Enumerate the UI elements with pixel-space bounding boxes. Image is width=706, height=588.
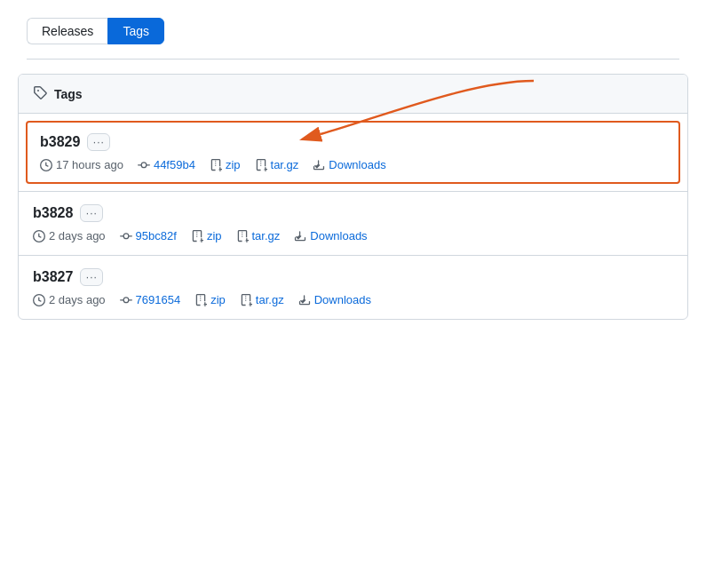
targz-icon [255, 159, 267, 171]
b3829-zip-link[interactable]: zip [226, 158, 241, 171]
top-navigation: Releases Tags [0, 0, 706, 59]
b3828-targz: tar.gz [236, 229, 281, 242]
b3828-commit-link[interactable]: 95bc82f [136, 229, 177, 242]
b3828-downloads: Downloads [294, 229, 367, 242]
b3827-title-row: b3827 ··· [33, 268, 673, 286]
b3829-time: 17 hours ago [40, 158, 123, 171]
main-content: Tags b3829 ··· [0, 74, 706, 320]
b3829-name: b3829 [40, 134, 80, 150]
b3828-commit: 95bc82f [120, 229, 177, 242]
section-title: Tags [54, 87, 83, 101]
clock-icon [40, 159, 52, 171]
clock-icon-2 [33, 230, 45, 242]
b3829-commit-link[interactable]: 44f59b4 [154, 158, 195, 171]
b3828-downloads-link[interactable]: Downloads [310, 229, 367, 242]
b3827-targz: tar.gz [240, 293, 284, 306]
b3829-downloads: Downloads [313, 158, 385, 171]
b3829-meta: 17 hours ago 44f59b4 [40, 158, 666, 171]
b3827-time-label: 2 days ago [49, 293, 106, 306]
b3829-time-label: 17 hours ago [56, 158, 123, 171]
b3829-zip: zip [210, 158, 241, 171]
download-icon [313, 159, 325, 171]
rows-wrapper: b3829 ··· 17 hours ago [19, 121, 687, 319]
download-icon-3 [298, 294, 311, 306]
b3829-row-inner: b3829 ··· 17 hours ago [28, 123, 678, 182]
b3827-zip-link[interactable]: zip [210, 293, 226, 306]
b3827-row: b3827 ··· 2 days ago 7691654 [19, 255, 687, 319]
b3827-name: b3827 [33, 269, 73, 285]
commit-icon [138, 159, 150, 171]
zip-icon [210, 159, 222, 171]
b3828-meta: 2 days ago 95bc82f zip [33, 229, 673, 242]
commit-icon-2 [120, 230, 132, 242]
b3829-downloads-link[interactable]: Downloads [329, 158, 385, 171]
b3829-more-button[interactable]: ··· [87, 133, 110, 151]
b3827-downloads: Downloads [298, 293, 371, 306]
b3828-time-label: 2 days ago [49, 229, 106, 242]
b3828-name: b3828 [33, 205, 73, 221]
b3828-title-row: b3828 ··· [33, 204, 673, 222]
b3829-targz-link[interactable]: tar.gz [271, 158, 299, 171]
b3827-downloads-link[interactable]: Downloads [314, 293, 371, 306]
b3829-title-row: b3829 ··· [40, 133, 666, 151]
b3827-targz-link[interactable]: tar.gz [256, 293, 284, 306]
zip-icon-3 [194, 294, 207, 306]
targz-icon-3 [240, 294, 252, 306]
tags-tab[interactable]: Tags [107, 18, 164, 44]
clock-icon-3 [33, 294, 45, 306]
b3829-commit: 44f59b4 [138, 158, 195, 171]
b3829-targz: tar.gz [255, 158, 299, 171]
b3827-zip: zip [194, 293, 226, 306]
tags-section: Tags b3829 ··· [18, 74, 688, 320]
b3828-zip-link[interactable]: zip [207, 229, 222, 242]
releases-tab[interactable]: Releases [27, 18, 107, 44]
b3827-time: 2 days ago [33, 293, 106, 306]
b3829-highlight-border: b3829 ··· 17 hours ago [26, 121, 680, 184]
b3827-more-button[interactable]: ··· [80, 268, 103, 286]
targz-icon-2 [236, 230, 249, 242]
section-header: Tags [19, 75, 687, 114]
download-icon-2 [294, 230, 306, 242]
b3828-time: 2 days ago [33, 229, 106, 242]
b3827-meta: 2 days ago 7691654 zip [33, 293, 673, 306]
b3827-commit-link[interactable]: 7691654 [136, 293, 181, 306]
tag-icon [33, 85, 47, 102]
highlighted-tag-row: b3829 ··· 17 hours ago [19, 121, 687, 184]
b3828-targz-link[interactable]: tar.gz [252, 229, 281, 242]
b3828-zip: zip [191, 229, 222, 242]
b3828-row: b3828 ··· 2 days ago 95bc82f [19, 191, 687, 255]
b3828-more-button[interactable]: ··· [80, 204, 103, 222]
commit-icon-3 [120, 294, 132, 306]
nav-divider [27, 59, 679, 60]
b3827-commit: 7691654 [120, 293, 181, 306]
zip-icon-2 [191, 230, 203, 242]
